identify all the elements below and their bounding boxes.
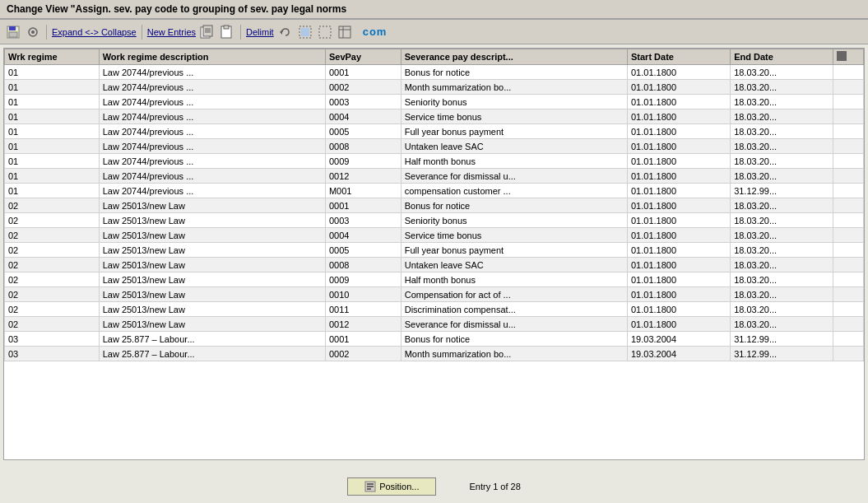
- table-cell: Law 25013/new Law: [99, 317, 325, 332]
- table-cell: [833, 347, 864, 361]
- new-entries-button[interactable]: New Entries: [147, 27, 196, 37]
- settings-icon[interactable]: [25, 24, 41, 40]
- svg-marker-12: [280, 30, 282, 35]
- svg-rect-16: [339, 26, 350, 38]
- table-icon[interactable]: [337, 24, 353, 40]
- expand-collapse-button[interactable]: Expand <-> Collapse: [52, 27, 137, 37]
- table-row[interactable]: 03Law 25.877 – Labour...0001Bonus for no…: [5, 332, 864, 347]
- table-row[interactable]: 01Law 20744/previous ...0002Month summar…: [5, 80, 864, 95]
- table-cell: [833, 243, 864, 258]
- table-row[interactable]: 01Law 20744/previous ...0009Half month b…: [5, 154, 864, 169]
- svg-rect-1: [9, 26, 16, 30]
- col-header-sevpay: SevPay: [325, 49, 401, 65]
- table-cell: 18.03.20...: [731, 213, 833, 228]
- table-cell: 02: [5, 317, 100, 332]
- table-cell: [833, 213, 864, 228]
- table-cell: 01.01.1800: [628, 109, 731, 124]
- table-cell: Law 20744/previous ...: [99, 154, 325, 169]
- select-all-icon[interactable]: [297, 24, 313, 40]
- table-row[interactable]: 02Law 25013/new Law0001Bonus for notice0…: [5, 198, 864, 213]
- table-cell: 01.01.1800: [628, 243, 731, 258]
- table-cell: Full year bonus payment: [401, 124, 627, 139]
- table-row[interactable]: 01Law 20744/previous ...0003Seniority bo…: [5, 95, 864, 109]
- table-cell: 02: [5, 287, 100, 302]
- table-cell: [833, 154, 864, 169]
- table-cell: Law 20744/previous ...: [99, 169, 325, 184]
- entry-info: Entry 1 of 28: [469, 482, 520, 491]
- table-row[interactable]: 02Law 25013/new Law0009Half month bonus0…: [5, 272, 864, 287]
- bottom-bar: Position... Entry 1 of 28: [0, 470, 868, 503]
- table-row[interactable]: 02Law 25013/new Law0004Service time bonu…: [5, 228, 864, 243]
- table-cell: Half month bonus: [401, 272, 627, 287]
- toolbar-separator-2: [142, 25, 142, 40]
- col-header-start: Start Date: [628, 49, 731, 65]
- table-cell: 02: [5, 213, 100, 228]
- delimit-button[interactable]: Delimit: [246, 27, 274, 37]
- table-cell: 02: [5, 302, 100, 317]
- table-cell: Discrimination compensat...: [401, 302, 627, 317]
- table-cell: [833, 287, 864, 302]
- table-cell: 18.03.20...: [731, 80, 833, 95]
- table-cell: 01: [5, 184, 100, 198]
- table-cell: Law 25013/new Law: [99, 287, 325, 302]
- table-cell: 01.01.1800: [628, 213, 731, 228]
- table-row[interactable]: 02Law 25013/new Law0003Seniority bonus01…: [5, 213, 864, 228]
- table-cell: 01: [5, 154, 100, 169]
- table-row[interactable]: 02Law 25013/new Law0010Compensation for …: [5, 287, 864, 302]
- table-header-row: Wrk regime Work regime description SevPa…: [5, 49, 864, 65]
- table-row[interactable]: 02Law 25013/new Law0005Full year bonus p…: [5, 243, 864, 258]
- table-cell: 18.03.20...: [731, 198, 833, 213]
- table-cell: 01: [5, 124, 100, 139]
- table-row[interactable]: 01Law 20744/previous ...0004Service time…: [5, 109, 864, 124]
- table-row[interactable]: 01Law 20744/previous ...0008Untaken leav…: [5, 139, 864, 154]
- position-button[interactable]: Position...: [347, 477, 436, 496]
- table-cell: Bonus for notice: [401, 332, 627, 347]
- undo-icon[interactable]: [277, 24, 294, 40]
- table-row[interactable]: 02Law 25013/new Law0008Untaken leave SAC…: [5, 258, 864, 272]
- table-cell: 18.03.20...: [731, 124, 833, 139]
- table-cell: 01.01.1800: [628, 184, 731, 198]
- table-cell: 18.03.20...: [731, 109, 833, 124]
- table-cell: 31.12.99...: [731, 184, 833, 198]
- table-cell: 01.01.1800: [628, 124, 731, 139]
- table-cell: 01.01.1800: [628, 169, 731, 184]
- deselect-icon[interactable]: [317, 24, 333, 40]
- column-settings-icon[interactable]: [837, 51, 847, 61]
- table-row[interactable]: 01Law 20744/previous ...M001compensation…: [5, 184, 864, 198]
- save-icon[interactable]: [5, 24, 21, 40]
- table-row[interactable]: 03Law 25.877 – Labour...0002Month summar…: [5, 347, 864, 361]
- toolbar: Expand <-> Collapse New Entries Delimit: [0, 20, 868, 44]
- table-cell: Law 20744/previous ...: [99, 65, 325, 80]
- table-row[interactable]: 02Law 25013/new Law0011Discrimination co…: [5, 302, 864, 317]
- copy-icon[interactable]: [199, 24, 216, 40]
- table-cell: 18.03.20...: [731, 272, 833, 287]
- table-row[interactable]: 01Law 20744/previous ...0005Full year bo…: [5, 124, 864, 139]
- table-cell: Service time bonus: [401, 109, 627, 124]
- table-wrapper[interactable]: Wrk regime Work regime description SevPa…: [4, 49, 864, 459]
- table-cell: 02: [5, 228, 100, 243]
- table-cell: 18.03.20...: [731, 317, 833, 332]
- table-cell: [833, 95, 864, 109]
- table-cell: 01.01.1800: [628, 154, 731, 169]
- table-row[interactable]: 01Law 20744/previous ...0012Severance fo…: [5, 169, 864, 184]
- table-row[interactable]: 01Law 20744/previous ...0001Bonus for no…: [5, 65, 864, 80]
- table-cell: 19.03.2004: [628, 332, 731, 347]
- table-cell: Month summarization bo...: [401, 80, 627, 95]
- table-cell: 0004: [325, 228, 401, 243]
- table-cell: [833, 198, 864, 213]
- table-cell: 18.03.20...: [731, 154, 833, 169]
- table-cell: 0001: [325, 198, 401, 213]
- table-cell: 01: [5, 80, 100, 95]
- table-cell: Bonus for notice: [401, 198, 627, 213]
- table-cell: 01.01.1800: [628, 317, 731, 332]
- table-cell: 01.01.1800: [628, 80, 731, 95]
- table-cell: [833, 184, 864, 198]
- table-row[interactable]: 02Law 25013/new Law0012Severance for dis…: [5, 317, 864, 332]
- paste-icon[interactable]: [219, 24, 235, 40]
- table-cell: 01.01.1800: [628, 302, 731, 317]
- table-cell: [833, 109, 864, 124]
- table-cell: Service time bonus: [401, 228, 627, 243]
- table-cell: 0009: [325, 272, 401, 287]
- table-cell: Law 20744/previous ...: [99, 80, 325, 95]
- table-cell: [833, 332, 864, 347]
